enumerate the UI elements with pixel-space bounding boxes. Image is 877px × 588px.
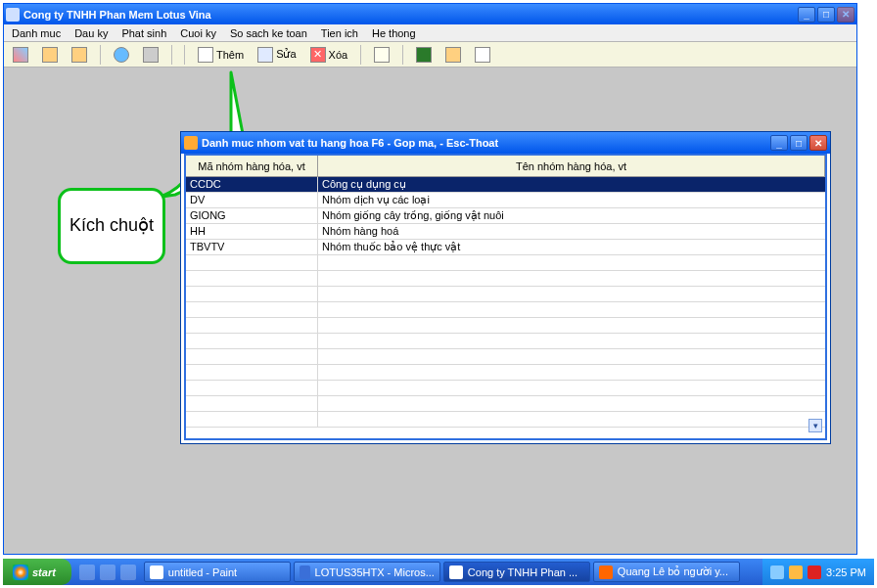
ql-icon[interactable] — [79, 565, 95, 580]
maximize-button[interactable]: □ — [817, 7, 835, 23]
dialog-danh-muc-nhom: Danh muc nhom vat tu hang hoa F6 - Gop m… — [180, 131, 831, 444]
table-row[interactable] — [186, 412, 825, 428]
misc-icon — [475, 47, 490, 63]
dialog-icon — [184, 136, 198, 150]
table-row[interactable] — [186, 396, 825, 412]
callout-text: Kích chuột — [69, 216, 154, 236]
menu-danh-muc[interactable]: Danh muc — [8, 26, 65, 40]
tool-1[interactable] — [8, 44, 33, 66]
table-row[interactable] — [186, 334, 825, 349]
table-row[interactable]: TBVTV Nhóm thuốc bảo vệ thực vật — [186, 240, 825, 255]
separator — [402, 45, 403, 65]
cell-name: Công cụ dụng cụ — [318, 177, 825, 192]
word-icon — [300, 565, 310, 579]
separator — [184, 45, 185, 65]
table-row[interactable]: GIONG Nhóm giống cây trồng, giống vật nu… — [186, 208, 825, 224]
cell-name: Nhóm giống cây trồng, giống vật nuôi — [318, 208, 825, 223]
delete-icon: ✕ — [310, 47, 326, 63]
table-row[interactable] — [186, 271, 825, 287]
scroll-down-icon[interactable]: ▾ — [808, 419, 822, 432]
task-label: Cong ty TNHH Phan ... — [468, 566, 577, 578]
lotus-icon — [449, 565, 463, 579]
dialog-maximize-button[interactable]: □ — [790, 135, 808, 151]
col-ten-nhom[interactable]: Tên nhóm hàng hóa, vt — [318, 156, 825, 176]
separator — [171, 45, 172, 65]
start-label: start — [32, 566, 56, 578]
menu-cuoi-ky[interactable]: Cuoi ky — [176, 26, 220, 40]
table-row[interactable] — [186, 302, 825, 318]
table-row[interactable] — [186, 287, 825, 302]
menu-bar: Danh muc Dau ky Phat sinh Cuoi ky So sac… — [4, 24, 856, 42]
minimize-button[interactable]: _ — [798, 7, 815, 23]
cell-code: CCDC — [186, 177, 318, 192]
task-lotus[interactable]: Cong ty TNHH Phan ... — [443, 562, 590, 582]
tray-icon[interactable] — [770, 565, 784, 579]
system-tray: 3:25 PM — [762, 559, 874, 585]
ql-icon[interactable] — [100, 565, 115, 580]
table-row[interactable] — [186, 381, 825, 396]
sua-button[interactable]: Sửa — [253, 44, 300, 66]
tool-last[interactable] — [470, 44, 495, 66]
clock[interactable]: 3:25 PM — [826, 566, 866, 578]
sua-label: Sửa — [276, 48, 296, 61]
start-button[interactable]: start — [3, 559, 71, 585]
firefox-icon — [599, 565, 613, 579]
menu-so-sach[interactable]: So sach ke toan — [226, 26, 311, 40]
table-row[interactable] — [186, 318, 825, 334]
tool-2[interactable] — [37, 44, 63, 66]
close-button[interactable]: ✕ — [837, 7, 854, 23]
col-ma-nhom[interactable]: Mã nhóm hàng hóa, vt — [186, 156, 318, 176]
cell-name: Nhóm thuốc bảo vệ thực vật — [318, 240, 825, 254]
menu-dau-ky[interactable]: Dau ky — [70, 26, 112, 40]
tool-excel[interactable] — [411, 44, 437, 66]
users2-icon — [71, 47, 87, 63]
tool-people[interactable] — [440, 44, 466, 66]
quick-launch — [71, 565, 144, 580]
table-row[interactable] — [186, 255, 825, 271]
ql-icon[interactable] — [120, 565, 136, 580]
task-paint[interactable]: untitled - Paint — [144, 562, 291, 582]
cell-code: GIONG — [186, 208, 318, 223]
xoa-button[interactable]: ✕Xóa — [305, 44, 353, 66]
dialog-close-button[interactable]: ✕ — [809, 135, 827, 151]
cell-name: Nhóm dịch vụ các loại — [318, 193, 825, 207]
menu-phat-sinh[interactable]: Phat sinh — [117, 26, 170, 40]
task-firefox[interactable]: Quang Lê bỏ người y... — [593, 562, 740, 582]
grid-body[interactable]: CCDC Công cụ dụng cụ DV Nhóm dịch vụ các… — [186, 177, 825, 438]
tool-help[interactable] — [109, 44, 134, 66]
dialog-titlebar[interactable]: Danh muc nhom vat tu hang hoa F6 - Gop m… — [181, 132, 830, 154]
new-icon — [198, 47, 213, 63]
menu-he-thong[interactable]: He thong — [368, 26, 420, 40]
table-row[interactable] — [186, 365, 825, 381]
menu-tien-ich[interactable]: Tien ich — [317, 26, 362, 40]
table-row[interactable]: HH Nhóm hàng hoá — [186, 224, 825, 240]
separator — [360, 45, 361, 65]
toolbar: Thêm Sửa ✕Xóa — [4, 42, 856, 68]
tool-3[interactable] — [67, 44, 92, 66]
edit-icon — [257, 47, 273, 63]
separator — [100, 45, 101, 65]
dialog-title: Danh muc nhom vat tu hang hoa F6 - Gop m… — [202, 137, 770, 149]
table-row[interactable]: CCDC Công cụ dụng cụ — [186, 177, 825, 193]
them-button[interactable]: Thêm — [193, 44, 249, 66]
cell-code: DV — [186, 193, 318, 207]
table-row[interactable]: DV Nhóm dịch vụ các loại — [186, 193, 825, 208]
grid-header: Mã nhóm hàng hóa, vt Tên nhóm hàng hóa, … — [186, 156, 825, 177]
print-icon — [143, 47, 159, 63]
help-icon — [114, 47, 129, 63]
main-window: Cong ty TNHH Phan Mem Lotus Vina _ □ ✕ D… — [3, 3, 857, 555]
excel-icon — [416, 47, 432, 63]
main-titlebar[interactable]: Cong ty TNHH Phan Mem Lotus Vina _ □ ✕ — [4, 4, 856, 24]
table-row[interactable] — [186, 349, 825, 365]
tool-print[interactable] — [138, 44, 163, 66]
dialog-minimize-button[interactable]: _ — [770, 135, 788, 151]
tray-icon[interactable] — [789, 565, 803, 579]
paint-icon — [150, 565, 163, 579]
taskbar: start untitled - Paint LOTUS35HTX - Micr… — [3, 559, 874, 585]
task-label: LOTUS35HTX - Micros... — [315, 566, 435, 578]
users1-icon — [42, 47, 58, 63]
tool-note[interactable] — [369, 44, 394, 66]
task-word[interactable]: LOTUS35HTX - Micros... — [294, 562, 440, 582]
tray-av-icon[interactable] — [808, 565, 821, 579]
window-title: Cong ty TNHH Phan Mem Lotus Vina — [23, 9, 798, 21]
